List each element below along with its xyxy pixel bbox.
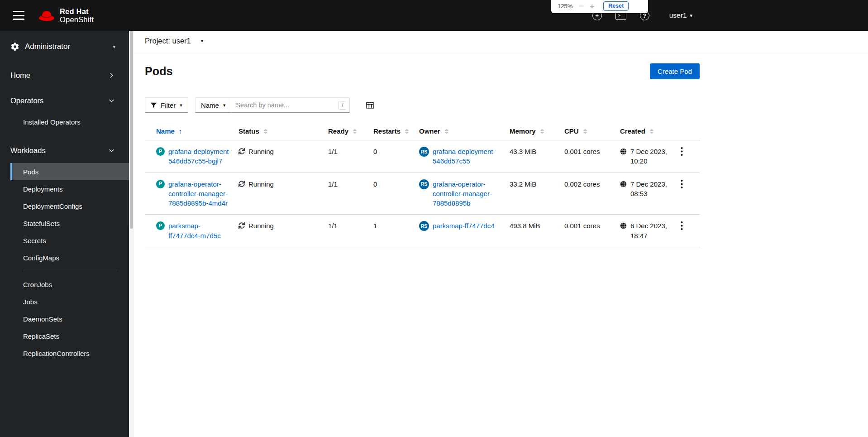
pod-cpu: 0.001 cores: [564, 140, 620, 173]
column-header-name[interactable]: Name ↑: [145, 123, 238, 140]
brand-text: Red Hat OpenShift: [60, 7, 94, 24]
sidebar-item-replicationcontrollers[interactable]: ReplicationControllers: [10, 345, 129, 362]
pod-name-link[interactable]: grafana-deployment-546dd57c55-bgjl7: [168, 147, 231, 166]
owner-link[interactable]: grafana-operator-controller-manager-7885…: [433, 179, 502, 208]
column-label: Created: [620, 127, 645, 135]
sidebar-item-replicasets[interactable]: ReplicaSets: [10, 327, 129, 345]
column-label: CPU: [564, 127, 579, 135]
operators-subnav: Installed Operators: [0, 113, 129, 138]
chevron-down-icon: [109, 148, 114, 154]
project-label: Project: user1: [145, 37, 191, 45]
sidebar-item-installed-operators[interactable]: Installed Operators: [10, 113, 129, 130]
column-header-cpu[interactable]: CPU: [564, 123, 620, 140]
pod-created: 7 Dec 2023, 10:20: [630, 147, 667, 166]
replicaset-badge: RS: [419, 221, 429, 231]
sync-running-icon: [238, 148, 245, 154]
kebab-icon: [681, 147, 683, 156]
manage-columns-button[interactable]: [366, 102, 374, 109]
pod-name-link[interactable]: grafana-operator-controller-manager-7885…: [168, 179, 231, 208]
sidebar-item-deployments[interactable]: Deployments: [10, 180, 129, 197]
sidebar-item-configmaps[interactable]: ConfigMaps: [10, 249, 129, 266]
pod-restarts: 0: [373, 140, 419, 173]
column-label: Restarts: [373, 127, 401, 135]
pod-badge: P: [156, 221, 165, 230]
masthead: Red Hat OpenShift + >_ ? user1 ▾: [0, 0, 868, 31]
sidebar-scrollbar: [129, 31, 134, 437]
sidebar-section-operators[interactable]: Operators: [0, 88, 129, 113]
pod-name-link[interactable]: parksmap-ff7477dc4-m7d5c: [168, 221, 231, 240]
column-header-created[interactable]: Created: [620, 123, 674, 140]
page-header: Pods Create Pod: [145, 51, 700, 79]
create-pod-button[interactable]: Create Pod: [650, 63, 700, 79]
sidebar-item-pods[interactable]: Pods: [10, 163, 129, 180]
owner-link[interactable]: grafana-deployment-546dd57c55: [433, 147, 502, 166]
column-label: Name: [156, 127, 175, 135]
column-header-restarts[interactable]: Restarts: [373, 123, 419, 140]
sort-icon: [405, 128, 409, 134]
row-kebab-menu[interactable]: [678, 146, 686, 158]
sidebar-item-secrets[interactable]: Secrets: [10, 232, 129, 249]
user-name: user1: [669, 11, 687, 19]
column-label: Owner: [419, 127, 440, 135]
sort-icon: [649, 128, 654, 134]
sidebar-section-home[interactable]: Home: [0, 62, 129, 88]
page-content: Pods Create Pod Filter ▾ Name ▾: [134, 51, 700, 247]
search-attribute-dropdown[interactable]: Name ▾: [195, 97, 232, 113]
column-header-ready[interactable]: Ready: [328, 123, 373, 140]
sidebar-item-statefulsets[interactable]: StatefulSets: [10, 215, 129, 232]
brand-line1: Red Hat: [60, 7, 94, 15]
zoom-out-button[interactable]: −: [579, 2, 583, 11]
sidebar-nav: Administrator ▾ Home Operators Installed…: [0, 31, 129, 437]
pods-table: Name ↑ Status Ready Restarts: [145, 123, 700, 247]
pod-ready: 1/1: [328, 173, 373, 215]
section-label: Workloads: [10, 146, 46, 155]
project-selector[interactable]: Project: user1 ▾: [134, 31, 868, 51]
sidebar-item-deploymentconfigs[interactable]: DeploymentConfigs: [10, 197, 129, 215]
globe-icon: [620, 181, 627, 187]
filter-funnel-icon: [151, 102, 157, 108]
table-header-row: Name ↑ Status Ready Restarts: [145, 123, 700, 140]
column-header-status[interactable]: Status: [238, 123, 328, 140]
column-label: Ready: [328, 127, 348, 135]
perspective-label: Administrator: [25, 42, 70, 51]
redhat-hat-icon: [38, 9, 55, 22]
gear-icon: [11, 43, 19, 51]
sidebar-item-jobs[interactable]: Jobs: [10, 293, 129, 310]
sidebar-item-daemonsets[interactable]: DaemonSets: [10, 310, 129, 327]
section-label: Operators: [10, 96, 43, 105]
chevron-down-icon: ▾: [180, 103, 182, 108]
pod-memory: 33.2 MiB: [510, 173, 564, 215]
pod-cpu: 0.002 cores: [564, 173, 620, 215]
owner-link[interactable]: parksmap-ff7477dc4: [433, 221, 494, 231]
row-kebab-menu[interactable]: [678, 220, 686, 233]
chevron-down-icon: ▾: [201, 38, 204, 43]
scrollbar-thumb[interactable]: [130, 31, 133, 229]
sidebar-item-cronjobs[interactable]: CronJobs: [10, 276, 129, 293]
brand-logo[interactable]: Red Hat OpenShift: [38, 7, 94, 24]
pod-status: Running: [248, 221, 274, 231]
column-header-memory[interactable]: Memory: [510, 123, 564, 140]
sort-icon: [444, 128, 449, 134]
pod-created: 6 Dec 2023, 18:47: [630, 221, 667, 240]
app-shell: Administrator ▾ Home Operators Installed…: [0, 31, 868, 437]
table-row: P grafana-operator-controller-manager-78…: [145, 173, 700, 215]
column-label: Memory: [510, 127, 536, 135]
chevron-down-icon: ▾: [223, 103, 226, 108]
main-content: Project: user1 ▾ Pods Create Pod Filter …: [134, 31, 868, 437]
search-input[interactable]: [231, 97, 350, 113]
replicaset-badge: RS: [419, 179, 429, 189]
column-header-owner[interactable]: Owner: [419, 123, 510, 140]
filter-label: Filter: [161, 101, 176, 109]
zoom-in-button[interactable]: +: [590, 2, 594, 11]
nav-menu-toggle[interactable]: [13, 11, 24, 20]
sidebar-section-workloads[interactable]: Workloads: [0, 138, 129, 163]
perspective-switcher[interactable]: Administrator ▾: [0, 31, 129, 62]
filter-dropdown[interactable]: Filter ▾: [145, 97, 188, 113]
row-kebab-menu[interactable]: [678, 178, 686, 191]
user-menu[interactable]: user1 ▾: [669, 11, 692, 19]
sort-icon: [353, 128, 357, 134]
zoom-reset-button[interactable]: Reset: [603, 1, 629, 11]
pod-restarts: 0: [373, 173, 419, 215]
column-label: Status: [238, 127, 259, 135]
browser-zoom-popup: 125% − + Reset: [551, 0, 648, 13]
